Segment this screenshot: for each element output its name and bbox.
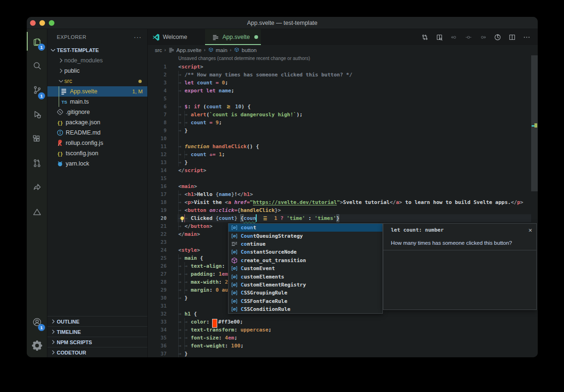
sidebar-section-timeline[interactable]: TIMELINE	[47, 326, 147, 337]
line-number: 7	[148, 111, 167, 119]
code-line[interactable]: 35→ → font-size: 4em;	[148, 334, 538, 342]
code-line[interactable]: 10	[148, 135, 538, 143]
tree-item-main.ts[interactable]: TSmain.ts	[47, 97, 147, 107]
tree-item-label: README.md	[66, 129, 100, 136]
code-line[interactable]: 11→ function handleClick() {	[148, 143, 538, 151]
suggest-item-customElements[interactable]: customElements	[229, 272, 382, 280]
open-changes-icon[interactable]	[432, 29, 447, 45]
tree-item-rollup.config.js[interactable]: rollup.config.js	[47, 138, 147, 148]
code-line[interactable]: 9→ }	[148, 127, 538, 135]
suggest-details-panel: ✕ let count: number How many times has s…	[383, 223, 537, 310]
suggest-item-CustomEvent[interactable]: CustomEvent	[229, 264, 382, 272]
suggest-item-create_out_transition[interactable]: create_out_transition	[229, 256, 382, 264]
suggest-item-CSSConditionRule[interactable]: CSSConditionRule	[229, 305, 382, 313]
code-line[interactable]: 15	[148, 174, 538, 182]
code-line[interactable]: 3→ let count = 0;	[148, 79, 538, 87]
lightbulb-icon[interactable]	[179, 216, 186, 223]
activity-item-source-control[interactable]: 1	[27, 78, 47, 102]
code-text: <style>	[178, 246, 200, 254]
activity-item-github-pr[interactable]	[27, 151, 47, 175]
code-line[interactable]: 13→ }	[148, 158, 538, 166]
code-line[interactable]: 36→ → font-weight: 100;	[148, 342, 538, 350]
code-editor[interactable]: Unsaved changes (cannot determine recent…	[148, 55, 538, 357]
prev-change-icon[interactable]	[447, 29, 461, 45]
title-bar[interactable]: App.svelte — test-template	[27, 17, 538, 29]
sidebar-section-codetour[interactable]: CODETOUR	[47, 347, 147, 357]
tab-app-svelte[interactable]: App.svelte	[205, 29, 261, 45]
code-line[interactable]: 7→ → alert(`count is dangerously high!`)…	[148, 111, 538, 119]
tree-item-label: App.svelte	[70, 88, 97, 95]
code-line[interactable]: 17→ <h1>Hello {name}!</h1>	[148, 190, 538, 198]
breadcrumb-item-button[interactable]: button	[234, 47, 257, 53]
line-number: 11	[148, 143, 167, 151]
suggest-item-count[interactable]: count	[229, 224, 382, 232]
tree-item-tsconfig.json[interactable]: {}tsconfig.json	[47, 148, 147, 158]
activity-item-extensions[interactable]	[27, 127, 47, 151]
activity-item-live-share[interactable]	[27, 175, 47, 200]
current-change-icon[interactable]	[461, 29, 476, 45]
workspace-section-header[interactable]: TEST-TEMPLATE	[47, 45, 147, 55]
breadcrumb-item-main[interactable]: main	[208, 47, 228, 53]
code-line[interactable]: 37→ }	[148, 350, 538, 357]
tree-item-.gitignore[interactable]: .gitignore	[47, 107, 147, 117]
sidebar-section-outline[interactable]: OUTLINE	[47, 316, 147, 326]
line-number: 33	[148, 318, 167, 326]
activity-item-run-debug[interactable]	[27, 102, 47, 127]
json-file-icon: {}	[56, 119, 64, 126]
suggest-item-CSSGroupingRule[interactable]: CSSGroupingRule	[229, 289, 382, 297]
suggest-item-CustomElementRegistry[interactable]: CustomElementRegistry	[229, 281, 382, 289]
code-line[interactable]: 16<main>	[148, 182, 538, 190]
extensions-icon	[32, 134, 42, 144]
breadcrumb-item-app-svelte[interactable]: App.svelte	[168, 47, 202, 53]
overview-modified-marker	[534, 123, 537, 128]
tree-item-yarn.lock[interactable]: yarn.lock	[47, 158, 147, 169]
editor-scrollbar[interactable]	[531, 55, 538, 357]
window-title: App.svelte — test-template	[27, 17, 538, 29]
code-line[interactable]: 12→ → count += 1;	[148, 151, 538, 158]
explorer-more-actions-icon[interactable]: ···	[134, 33, 142, 41]
code-line[interactable]: 8→ → count = 9;	[148, 119, 538, 127]
explorer-sidebar: EXPLORER ··· TEST-TEMPLATE node_modulesp…	[47, 29, 148, 357]
code-line[interactable]: 19→ <button on:click={handleClick}>	[148, 206, 538, 214]
code-text: → }	[178, 158, 188, 166]
code-text: → $: if (count ≥ 10) {	[178, 103, 251, 111]
code-line[interactable]: 20→ → Clicked {count} {coun ≡ 1 ? 'time'…	[148, 214, 538, 222]
split-editor-icon[interactable]	[505, 29, 519, 45]
tree-item-public[interactable]: public	[47, 66, 147, 76]
code-line[interactable]: 5	[148, 95, 538, 103]
code-line[interactable]: 33→ → color: #ff3e00;	[148, 318, 538, 326]
tree-item-App.svelte[interactable]: App.svelte1, M	[47, 86, 147, 97]
tab-welcome[interactable]: Welcome	[148, 29, 205, 45]
suggest-item-CountQueuingStrategy[interactable]: CountQueuingStrategy	[229, 232, 382, 240]
activity-item-custom-triangle[interactable]	[27, 200, 47, 224]
more-actions-icon[interactable]	[519, 29, 534, 45]
suggest-item-continue[interactable]: continue	[229, 240, 382, 248]
activity-item-search[interactable]	[27, 53, 47, 78]
activity-badge: 1	[38, 44, 45, 51]
breadcrumb-item-src[interactable]: src	[155, 47, 162, 53]
suggest-item-CSSFontFaceRule[interactable]: CSSFontFaceRule	[229, 297, 382, 305]
code-line[interactable]: 4→ export let name;	[148, 87, 538, 95]
gitlens-blame-annotation[interactable]: Unsaved changes (cannot determine recent…	[178, 56, 310, 63]
activity-item-accounts[interactable]: 1	[27, 310, 47, 334]
tree-item-README.md[interactable]: README.md	[47, 128, 147, 138]
tree-item-package.json[interactable]: {}package.json	[47, 117, 147, 128]
activity-item-settings[interactable]	[27, 334, 47, 357]
tree-item-src[interactable]: src	[47, 76, 147, 86]
code-line[interactable]: 18→ <p>Visit the <a href="https://svelte…	[148, 198, 538, 206]
tree-item-node_modules[interactable]: node_modules	[47, 55, 147, 66]
gitlens-compare-icon[interactable]	[418, 29, 432, 45]
line-number: 6	[148, 103, 167, 111]
sidebar-section-npm-scripts[interactable]: NPM SCRIPTS	[47, 337, 147, 347]
code-line[interactable]: 34→ → text-transform: uppercase;	[148, 326, 538, 334]
code-line[interactable]: 1<script>	[148, 63, 538, 71]
close-icon[interactable]: ✕	[528, 227, 532, 233]
code-line[interactable]: 14</script>	[148, 166, 538, 174]
file-history-icon[interactable]	[490, 29, 505, 45]
code-line[interactable]: 6→ $: if (count ≥ 10) {	[148, 103, 538, 111]
suggest-item-ConstantSourceNode[interactable]: ConstantSourceNode	[229, 248, 382, 256]
breadcrumbs[interactable]: src›App.svelte›main›button	[148, 45, 538, 55]
next-change-icon[interactable]	[476, 29, 490, 45]
code-line[interactable]: 2→ /** How many times has someone clicke…	[148, 71, 538, 79]
activity-item-explorer[interactable]: 1	[27, 29, 47, 53]
